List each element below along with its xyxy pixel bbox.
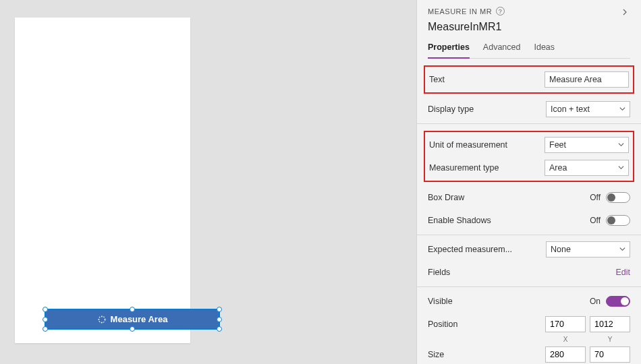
fields-edit-link[interactable]: Edit: [546, 268, 630, 277]
chevron-right-icon[interactable]: [621, 8, 629, 18]
resize-handle-mr[interactable]: [217, 317, 222, 322]
control-type-label: MEASURE IN MR ?: [428, 7, 630, 16]
chevron-down-icon: [618, 164, 624, 172]
position-y-input[interactable]: [590, 316, 630, 332]
tab-properties[interactable]: Properties: [428, 42, 470, 59]
position-y-sublabel: Y: [590, 336, 630, 343]
shadows-label: Enable Shadows: [428, 216, 546, 225]
position-label: Position: [428, 320, 545, 329]
expected-combo[interactable]: None: [546, 241, 630, 257]
highlight-measurement: Unit of measurement Feet Measurement typ…: [424, 131, 634, 182]
shadows-toggle[interactable]: [606, 215, 630, 226]
chevron-down-icon: [619, 106, 625, 113]
fields-label: Fields: [428, 268, 546, 277]
expected-label: Expected measurem...: [428, 245, 546, 254]
size-width-input[interactable]: [545, 346, 586, 363]
highlight-text: Text: [424, 65, 634, 94]
display-type-combo[interactable]: Icon + text: [546, 101, 630, 117]
box-draw-label: Box Draw: [428, 193, 546, 202]
resize-handle-ml[interactable]: [43, 317, 48, 322]
properties-panel: MEASURE IN MR ? MeasureInMR1 Properties …: [416, 0, 641, 364]
box-draw-toggle[interactable]: [606, 192, 630, 203]
measure-area-control[interactable]: Measure Area: [45, 309, 220, 330]
size-height-input[interactable]: [590, 346, 630, 363]
visible-label: Visible: [428, 297, 546, 306]
text-input[interactable]: [545, 71, 629, 88]
chevron-down-icon: [619, 246, 625, 253]
phone-screen: Measure Area: [15, 18, 190, 343]
help-icon[interactable]: ?: [496, 7, 505, 16]
visible-state: On: [590, 297, 601, 306]
measure-button-label: Measure Area: [111, 314, 168, 324]
position-x-sublabel: X: [545, 336, 586, 343]
measure-icon: [97, 315, 107, 324]
tab-advanced[interactable]: Advanced: [483, 42, 521, 58]
size-label: Size: [428, 350, 545, 359]
resize-handle-br[interactable]: [217, 326, 222, 332]
unit-combo[interactable]: Feet: [545, 137, 629, 153]
display-type-label: Display type: [428, 104, 546, 114]
canvas-area[interactable]: Measure Area: [0, 0, 416, 364]
shadows-state: Off: [590, 216, 601, 225]
resize-handle-tl[interactable]: [43, 307, 48, 312]
tab-ideas[interactable]: Ideas: [534, 42, 555, 58]
measurement-type-combo[interactable]: Area: [545, 160, 629, 176]
control-name: MeasureInMR1: [428, 21, 630, 33]
resize-handle-tc[interactable]: [130, 307, 135, 312]
resize-handle-bl[interactable]: [43, 326, 48, 332]
text-label: Text: [429, 75, 545, 84]
resize-handle-tr[interactable]: [217, 307, 222, 312]
unit-label: Unit of measurement: [429, 140, 545, 150]
box-draw-state: Off: [590, 193, 601, 202]
svg-point-0: [99, 316, 105, 323]
visible-toggle[interactable]: [606, 296, 630, 307]
position-x-input[interactable]: [545, 316, 586, 332]
chevron-down-icon: [618, 142, 624, 149]
measurement-type-label: Measurement type: [429, 163, 545, 173]
resize-handle-bc[interactable]: [130, 326, 135, 332]
